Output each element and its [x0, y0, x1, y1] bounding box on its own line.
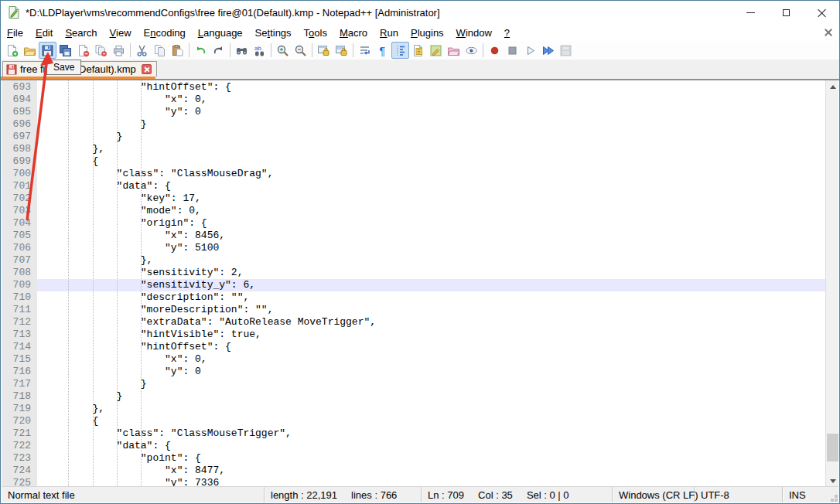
- undo-icon[interactable]: [192, 42, 210, 59]
- code-line[interactable]: },: [44, 254, 825, 267]
- line-number: 713: [2, 329, 31, 341]
- maximize-button[interactable]: [768, 1, 804, 24]
- svg-text:ab: ab: [254, 45, 261, 52]
- vertical-scrollbar[interactable]: [825, 80, 838, 488]
- text-content[interactable]: "hintOffset": { "x": 0, "y": 0 } } }, { …: [37, 80, 825, 488]
- folder-workspace-icon[interactable]: [445, 42, 463, 59]
- toolbar-separator: [130, 43, 131, 57]
- menu-settings[interactable]: Settings: [249, 26, 298, 40]
- code-line[interactable]: "class": "ClassMouseDrag",: [44, 168, 825, 180]
- code-line[interactable]: }: [44, 378, 825, 390]
- code-line[interactable]: "x": 8456,: [44, 230, 825, 242]
- menu-window[interactable]: Window: [450, 26, 498, 40]
- code-line[interactable]: "x": 0,: [44, 353, 825, 366]
- code-line[interactable]: "point": {: [44, 452, 825, 465]
- user-defined-language-icon[interactable]: [427, 42, 445, 59]
- menu-plugins[interactable]: Plugins: [405, 26, 450, 40]
- menu-help[interactable]: ?: [498, 26, 516, 40]
- code-line[interactable]: "moreDescription": "",: [44, 304, 825, 316]
- copy-icon[interactable]: [151, 42, 169, 59]
- menu-edit[interactable]: Edit: [29, 26, 59, 40]
- resize-grip[interactable]: [835, 499, 838, 502]
- code-line[interactable]: "key": 17,: [44, 192, 825, 205]
- code-line[interactable]: "x": 8477,: [44, 465, 825, 477]
- status-eol-format: Windows (CR LF): [613, 487, 695, 502]
- macro-play-icon[interactable]: [521, 42, 539, 59]
- code-line[interactable]: "hintOffset": {: [44, 81, 825, 94]
- close-file-icon[interactable]: [74, 42, 92, 59]
- close-all-icon[interactable]: [92, 42, 110, 59]
- menu-encoding[interactable]: Encoding: [138, 26, 192, 40]
- open-folder-icon[interactable]: [21, 42, 39, 59]
- save-all-icon[interactable]: [56, 42, 74, 59]
- code-line[interactable]: "extraData": "AutoRelease MoveTrigger",: [44, 316, 825, 329]
- line-number: 697: [2, 131, 31, 143]
- maximize-icon: [783, 9, 790, 16]
- code-line[interactable]: "y": 0: [44, 366, 825, 378]
- sync-horizontal-icon[interactable]: [333, 42, 350, 59]
- doc-map-icon[interactable]: [409, 42, 427, 59]
- indent-guide-icon[interactable]: [391, 42, 409, 59]
- code-line[interactable]: "y": 5100: [44, 242, 825, 254]
- scroll-up-arrow-icon[interactable]: [826, 80, 838, 94]
- menu-tools[interactable]: Tools: [298, 26, 333, 40]
- code-line[interactable]: "data": {: [44, 440, 825, 452]
- save-icon[interactable]: [39, 42, 56, 59]
- tab-close-icon[interactable]: [142, 64, 152, 74]
- line-number: 717: [2, 378, 31, 390]
- menu-file[interactable]: File: [1, 26, 29, 40]
- show-all-chars-icon[interactable]: ¶: [374, 42, 391, 59]
- code-line[interactable]: "description": "",: [44, 291, 825, 304]
- close-document-x-icon[interactable]: [824, 28, 833, 37]
- code-line[interactable]: },: [44, 143, 825, 155]
- code-line[interactable]: "x": 0,: [44, 94, 825, 106]
- macro-record-icon[interactable]: [486, 42, 504, 59]
- menu-search[interactable]: Search: [59, 26, 103, 40]
- find-icon[interactable]: [233, 42, 251, 59]
- menu-language[interactable]: Language: [192, 26, 249, 40]
- minimize-button[interactable]: [732, 1, 768, 24]
- sync-vertical-icon[interactable]: [315, 42, 333, 59]
- zoom-out-icon[interactable]: [292, 42, 309, 59]
- new-file-icon[interactable]: [3, 42, 21, 59]
- code-line[interactable]: {: [44, 415, 825, 427]
- code-line[interactable]: "y": 0: [44, 106, 825, 118]
- replace-icon[interactable]: ab: [251, 42, 268, 59]
- code-line[interactable]: "origin": {: [44, 217, 825, 230]
- macro-save-icon[interactable]: [557, 42, 575, 59]
- menu-view[interactable]: View: [104, 26, 138, 40]
- code-line[interactable]: }: [44, 118, 825, 131]
- code-line[interactable]: },: [44, 403, 825, 415]
- zoom-in-icon[interactable]: [274, 42, 292, 59]
- toolbar-separator: [353, 43, 353, 57]
- macro-run-multiple-icon[interactable]: [539, 42, 557, 59]
- code-line[interactable]: }: [44, 390, 825, 403]
- word-wrap-icon[interactable]: [356, 42, 374, 59]
- editor-area: 6936946956966976986997007017027037047057…: [2, 80, 838, 488]
- menu-macro[interactable]: Macro: [333, 26, 374, 40]
- line-number: 703: [2, 205, 31, 217]
- print-icon[interactable]: [110, 42, 128, 59]
- redo-icon[interactable]: [210, 42, 227, 59]
- menu-run[interactable]: Run: [374, 26, 405, 40]
- toolbar-separator: [189, 43, 190, 57]
- macro-stop-icon[interactable]: [504, 42, 521, 59]
- code-line[interactable]: }: [44, 131, 825, 143]
- close-button[interactable]: [804, 1, 839, 24]
- code-line[interactable]: "mode": 0,: [44, 205, 825, 217]
- paste-icon[interactable]: [169, 42, 186, 59]
- line-number: 716: [2, 366, 31, 378]
- code-line[interactable]: "sensitivity_y": 6,: [44, 279, 825, 291]
- cut-icon[interactable]: [133, 42, 151, 59]
- code-line[interactable]: "hintVisible": true,: [44, 329, 825, 341]
- line-number: 714: [2, 341, 31, 353]
- code-line[interactable]: "hintOffset": {: [44, 341, 825, 353]
- code-line[interactable]: "sensitivity": 2,: [44, 267, 825, 279]
- scrollbar-thumb[interactable]: [827, 434, 838, 461]
- code-line[interactable]: "class": "ClassMouseTrigger",: [44, 427, 825, 440]
- line-number: 712: [2, 316, 31, 329]
- code-line[interactable]: {: [44, 155, 825, 168]
- monitoring-icon[interactable]: [463, 42, 480, 59]
- line-number: 698: [2, 143, 31, 155]
- code-line[interactable]: "data": {: [44, 180, 825, 192]
